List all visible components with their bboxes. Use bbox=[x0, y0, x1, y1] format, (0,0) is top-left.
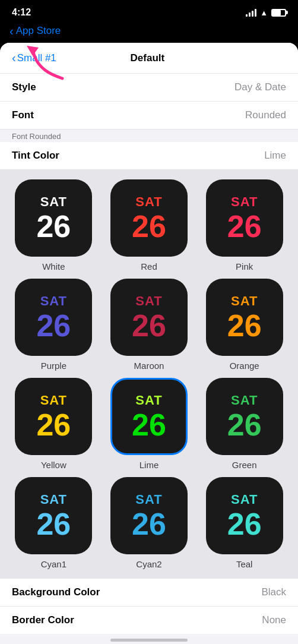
watch-face: SAT26 bbox=[206, 378, 283, 455]
home-indicator bbox=[0, 634, 298, 644]
color-label: Green bbox=[232, 460, 257, 470]
watch-date: 26 bbox=[36, 509, 71, 539]
color-item[interactable]: SAT26Cyan1 bbox=[9, 477, 98, 569]
status-time: 4:12 bbox=[12, 7, 31, 18]
color-item[interactable]: SAT26Teal bbox=[200, 477, 289, 569]
color-item[interactable]: SAT26Red bbox=[105, 179, 194, 272]
font-rounded-note: Font Rounded bbox=[0, 130, 298, 142]
watch-face: SAT26 bbox=[110, 179, 188, 257]
watch-face: SAT26 bbox=[15, 477, 92, 554]
border-color-label: Border Color bbox=[12, 614, 74, 626]
wifi-icon: ▲ bbox=[260, 8, 268, 17]
watch-day: SAT bbox=[231, 194, 258, 210]
watch-date: 26 bbox=[227, 310, 262, 341]
color-item[interactable]: SAT26Orange bbox=[200, 279, 289, 371]
watch-date: 26 bbox=[132, 409, 166, 440]
font-row[interactable]: Font Rounded bbox=[0, 102, 298, 130]
watch-day: SAT bbox=[231, 492, 258, 507]
color-item[interactable]: SAT26Green bbox=[200, 378, 289, 470]
color-item[interactable]: SAT26Maroon bbox=[105, 279, 194, 371]
color-grid-section: SAT26WhiteSAT26RedSAT26PinkSAT26PurpleSA… bbox=[0, 170, 298, 579]
color-label: Red bbox=[141, 261, 157, 272]
tint-color-row[interactable]: Tint Color Lime bbox=[0, 142, 298, 170]
color-label: Cyan2 bbox=[136, 559, 161, 569]
watch-date: 26 bbox=[36, 409, 71, 440]
watch-day: SAT bbox=[231, 393, 258, 408]
watch-day: SAT bbox=[40, 492, 67, 507]
color-label: Lime bbox=[140, 460, 159, 470]
home-bar bbox=[110, 639, 188, 642]
battery-icon bbox=[271, 9, 286, 17]
background-color-value: Black bbox=[261, 586, 286, 598]
watch-face: SAT26 bbox=[206, 179, 283, 257]
color-item[interactable]: SAT26Pink bbox=[200, 179, 289, 272]
watch-day: SAT bbox=[135, 293, 162, 309]
color-label: Cyan1 bbox=[41, 559, 66, 569]
watch-face: SAT26 bbox=[110, 477, 188, 554]
status-icons: ▲ bbox=[246, 8, 286, 17]
color-grid: SAT26WhiteSAT26RedSAT26PinkSAT26PurpleSA… bbox=[9, 179, 289, 569]
signal-icon bbox=[246, 9, 256, 17]
app-store-back[interactable]: ‹ App Store bbox=[0, 23, 298, 43]
color-item[interactable]: SAT26Cyan2 bbox=[105, 477, 194, 569]
watch-face: SAT26 bbox=[206, 279, 283, 356]
color-label: White bbox=[42, 261, 65, 272]
watch-day: SAT bbox=[40, 194, 67, 210]
watch-face: SAT26 bbox=[15, 179, 92, 257]
watch-day: SAT bbox=[40, 293, 67, 309]
main-card: ‹ Small #1 Default Style Day & Date Font… bbox=[0, 43, 298, 644]
watch-date: 26 bbox=[36, 310, 71, 341]
watch-date: 26 bbox=[132, 310, 166, 341]
bottom-rows: Background Color Black Border Color None bbox=[0, 579, 298, 634]
color-label: Pink bbox=[236, 261, 253, 272]
font-value: Rounded bbox=[245, 109, 286, 121]
color-item[interactable]: SAT26White bbox=[9, 179, 98, 272]
watch-date: 26 bbox=[132, 211, 166, 242]
watch-date: 26 bbox=[227, 509, 262, 539]
watch-face: SAT26 bbox=[15, 279, 92, 356]
watch-face: SAT26 bbox=[110, 279, 188, 356]
watch-face: SAT26 bbox=[110, 378, 188, 455]
watch-face: SAT26 bbox=[206, 477, 283, 554]
watch-day: SAT bbox=[135, 194, 162, 210]
background-color-row[interactable]: Background Color Black bbox=[0, 579, 298, 607]
watch-day: SAT bbox=[40, 393, 67, 408]
watch-date: 26 bbox=[132, 509, 166, 539]
color-label: Purple bbox=[41, 361, 66, 371]
watch-date: 26 bbox=[227, 409, 262, 440]
font-label: Font bbox=[12, 109, 34, 121]
color-label: Maroon bbox=[134, 361, 164, 371]
color-label: Teal bbox=[236, 559, 253, 569]
color-label: Yellow bbox=[41, 460, 66, 470]
back-icon: ‹ bbox=[12, 51, 16, 65]
tint-color-value: Lime bbox=[264, 150, 286, 162]
watch-day: SAT bbox=[135, 492, 162, 507]
color-item[interactable]: SAT26Yellow bbox=[9, 378, 98, 470]
color-item[interactable]: SAT26Purple bbox=[9, 279, 98, 371]
color-item[interactable]: SAT26Lime bbox=[105, 378, 194, 470]
watch-date: 26 bbox=[36, 211, 71, 242]
color-label: Orange bbox=[230, 361, 259, 371]
tint-color-label: Tint Color bbox=[12, 150, 59, 162]
watch-day: SAT bbox=[135, 393, 162, 408]
background-color-label: Background Color bbox=[12, 586, 100, 598]
watch-day: SAT bbox=[231, 293, 258, 309]
nav-title: Default bbox=[131, 52, 165, 64]
status-bar: 4:12 ▲ bbox=[0, 0, 298, 23]
watch-face: SAT26 bbox=[15, 378, 92, 455]
border-color-value: None bbox=[262, 614, 286, 626]
watch-date: 26 bbox=[227, 211, 262, 242]
style-value: Day & Date bbox=[234, 81, 286, 93]
svg-marker-0 bbox=[27, 46, 39, 56]
back-chevron-icon: ‹ bbox=[9, 25, 14, 37]
app-store-label: App Store bbox=[16, 25, 61, 37]
border-color-row[interactable]: Border Color None bbox=[0, 607, 298, 634]
